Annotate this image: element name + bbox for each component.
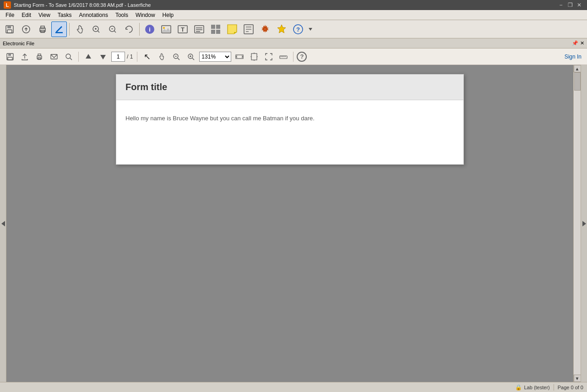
refresh-button[interactable] [121, 21, 137, 37]
zoom-level-select[interactable]: 131% 100% 75% 50% 150% 200% [199, 52, 231, 62]
upload-button[interactable] [18, 21, 34, 37]
favorites-button[interactable] [274, 21, 289, 37]
close-button[interactable]: ✕ [575, 1, 583, 9]
svg-rect-62 [236, 55, 243, 59]
menu-help[interactable]: Help [159, 11, 178, 19]
title-bar: L Starting Form - To Save 1/6/2017 8:08:… [0, 0, 587, 10]
fit-width-button[interactable] [233, 50, 246, 63]
svg-marker-42 [309, 28, 312, 31]
scroll-up-button[interactable]: ▲ [574, 65, 581, 72]
scroll-track[interactable] [574, 72, 581, 375]
page-number-input[interactable]: 1 [111, 52, 125, 62]
panel-pin-button[interactable]: 📌 [572, 40, 578, 46]
menu-tools[interactable]: Tools [112, 11, 132, 19]
svg-line-61 [192, 58, 194, 60]
doc-zoom-in-button[interactable] [185, 50, 197, 63]
toolbar-separator-1 [69, 23, 70, 36]
svg-marker-53 [86, 54, 91, 59]
menu-tasks[interactable]: Tasks [54, 11, 76, 19]
more-tools-button[interactable] [307, 21, 314, 37]
pan-tool-button[interactable] [72, 21, 87, 37]
doc-email-button[interactable] [48, 50, 60, 63]
sec-separator-1 [78, 52, 79, 62]
minimize-button[interactable]: − [557, 1, 565, 9]
svg-rect-67 [251, 54, 257, 60]
sticky-note-button[interactable] [224, 21, 240, 37]
svg-rect-2 [7, 30, 12, 33]
prev-page-button[interactable] [82, 50, 95, 63]
secondary-toolbar: 1 / 1 ↖ 131% 100% 75% 50% 150% 200% ? [0, 48, 587, 65]
status-username: Lab (tester) [524, 385, 549, 390]
svg-point-21 [163, 27, 165, 29]
doc-print-button[interactable] [33, 50, 46, 63]
panel-label: Electronic File [3, 41, 34, 46]
text-button[interactable]: T [175, 21, 190, 37]
right-panel-toggle[interactable] [581, 65, 587, 382]
svg-marker-39 [277, 25, 286, 33]
next-page-button[interactable] [97, 50, 109, 63]
lines-button[interactable] [191, 21, 207, 37]
select-tool-button[interactable]: ↖ [141, 50, 153, 63]
annotate-button[interactable] [51, 21, 67, 37]
status-bar: 🔒 Lab (tester) Page 0 of 0 [0, 382, 587, 392]
sec-separator-2 [137, 52, 137, 62]
svg-rect-72 [280, 56, 287, 59]
menu-view[interactable]: View [35, 11, 54, 19]
vertical-scrollbar[interactable]: ▲ ▼ [573, 65, 581, 382]
svg-line-52 [70, 58, 72, 60]
panel-close-button[interactable]: ✕ [580, 40, 584, 46]
toolbar-separator-2 [139, 23, 140, 36]
menu-window[interactable]: Window [132, 11, 159, 19]
image-button[interactable] [158, 21, 174, 37]
content-area: Form title Hello my name is Bruce Wayne … [0, 65, 587, 382]
fit-page-button[interactable] [248, 50, 261, 63]
settings-button[interactable] [257, 21, 273, 37]
svg-rect-6 [41, 26, 44, 28]
doc-search-button[interactable] [62, 50, 75, 63]
svg-marker-54 [100, 55, 106, 59]
restore-button[interactable]: ❐ [566, 1, 574, 9]
menu-annotations[interactable]: Annotations [76, 11, 112, 19]
main-toolbar: i T ? [0, 20, 587, 38]
svg-rect-30 [211, 30, 215, 34]
svg-marker-33 [234, 32, 237, 34]
doc-zoom-out-button[interactable] [170, 50, 183, 63]
left-panel-toggle[interactable] [0, 65, 6, 382]
lock-icon: 🔒 [515, 384, 522, 391]
doc-save-button[interactable] [4, 50, 16, 63]
doc-upload-button[interactable] [18, 50, 31, 63]
print-button[interactable] [35, 21, 50, 37]
form-content: Hello my name is Bruce Wayne but you can… [125, 114, 454, 124]
doc-help-button[interactable]: ? [297, 52, 307, 62]
svg-rect-1 [7, 26, 11, 28]
zoom-in-button[interactable] [88, 21, 104, 37]
svg-rect-31 [216, 30, 220, 34]
page-navigation: 1 / 1 [111, 52, 134, 62]
svg-line-57 [178, 58, 179, 60]
svg-text:T: T [181, 26, 185, 33]
svg-text:i: i [149, 26, 151, 33]
svg-rect-28 [211, 25, 215, 29]
scroll-down-button[interactable]: ▼ [574, 375, 581, 382]
app-logo: L [4, 1, 11, 9]
sign-in-button[interactable]: Sign In [563, 53, 583, 61]
svg-marker-78 [582, 221, 586, 226]
page-total: / 1 [127, 54, 133, 60]
scroll-thumb[interactable] [574, 72, 581, 91]
form-button[interactable] [241, 21, 256, 37]
svg-rect-29 [216, 25, 220, 29]
help-button[interactable]: ? [290, 21, 306, 37]
svg-rect-45 [8, 57, 12, 60]
grid-button[interactable] [208, 21, 223, 37]
svg-rect-44 [8, 54, 11, 56]
menu-file[interactable]: File [2, 11, 18, 19]
panel-label-bar: Electronic File 📌 ✕ [0, 38, 587, 48]
menu-edit[interactable]: Edit [18, 11, 35, 19]
field-properties-button[interactable]: i [142, 21, 158, 37]
ruler-button[interactable] [277, 50, 290, 63]
doc-pan-button[interactable] [155, 50, 168, 63]
svg-line-13 [98, 31, 99, 32]
save-button[interactable] [2, 21, 17, 37]
zoom-dropdown-button[interactable] [105, 21, 120, 37]
fullscreen-button[interactable] [262, 50, 275, 63]
